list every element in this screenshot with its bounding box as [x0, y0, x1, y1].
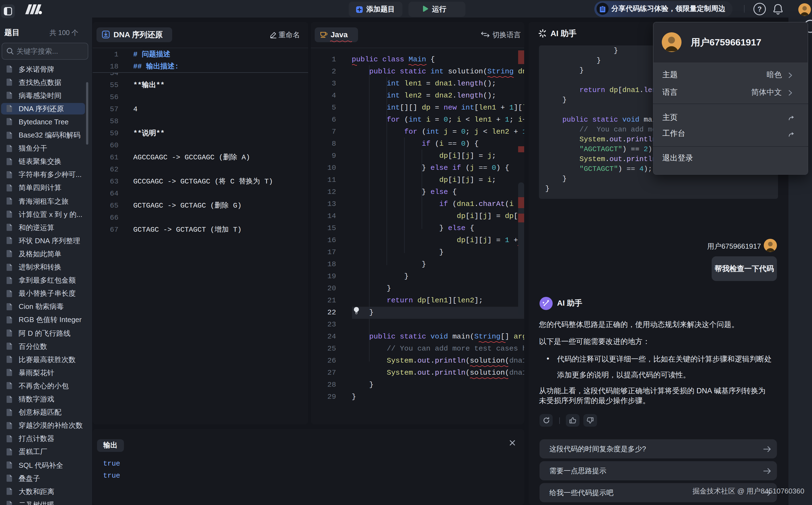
svg-text:?: ? [758, 5, 762, 13]
